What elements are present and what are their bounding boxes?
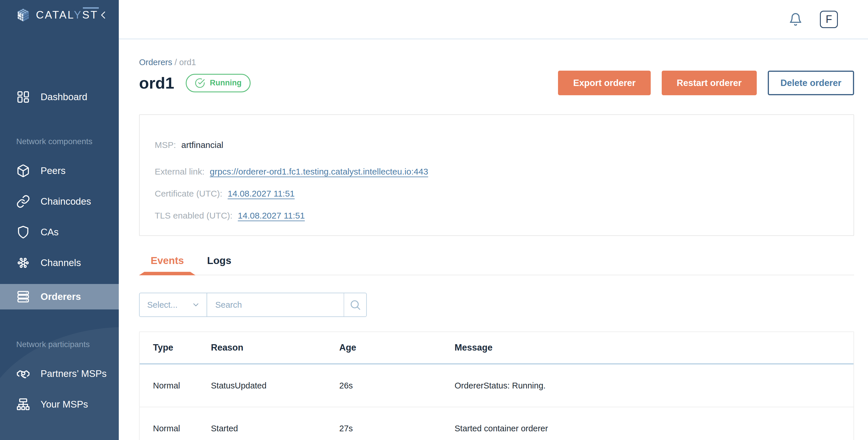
export-orderer-button[interactable]: Export orderer	[558, 71, 650, 95]
events-table: Type Reason Age Message Normal StatusUpd…	[139, 332, 854, 440]
cell-message: OrdererStatus: Running.	[455, 381, 854, 391]
sidebar-item-partners-msps[interactable]: Partners’ MSPs	[0, 364, 119, 383]
sidebar-item-cas[interactable]: CAs	[0, 223, 119, 242]
external-link[interactable]: grpcs://orderer-ord1.fc1.testing.catalys…	[210, 167, 428, 176]
cell-message: Started container orderer	[455, 424, 854, 433]
sidebar-item-dashboard[interactable]: Dashboard	[0, 88, 119, 106]
breadcrumb-current: ord1	[179, 58, 196, 67]
restart-orderer-button[interactable]: Restart orderer	[662, 71, 757, 95]
orderer-info-panel: MSP: artfinancial External link: grpcs:/…	[139, 114, 854, 236]
chain-link-icon	[16, 195, 30, 208]
column-header: Message	[455, 342, 854, 353]
sidebar-item-label: Partners’ MSPs	[40, 368, 106, 379]
shield-icon	[16, 225, 30, 239]
sidebar-item-your-msps[interactable]: Your MSPs	[0, 395, 119, 414]
info-row: TLS enabled (UTC): 14.08.2027 11:51	[155, 210, 838, 221]
avatar-letter: F	[826, 13, 832, 26]
table-row: Normal StatusUpdated 26s OrdererStatus: …	[140, 365, 854, 407]
servers-icon	[16, 290, 30, 304]
sidebar-group-network-components: Peers Chaincodes CAs Channels	[0, 161, 119, 309]
sidebar-group-network-participants: Partners’ MSPs Your MSPs	[0, 364, 119, 414]
info-label: TLS enabled (UTC):	[155, 211, 232, 220]
status-badge: Running	[186, 74, 250, 92]
cell-age: 26s	[339, 381, 455, 391]
title-row: ord1 Running Export orderer Restart orde…	[139, 71, 854, 95]
cell-type: Normal	[153, 381, 211, 391]
info-row: MSP: artfinancial	[155, 140, 838, 150]
tab-label: Events	[151, 255, 184, 266]
sidebar-item-label: Dashboard	[40, 92, 87, 102]
sidebar: CATALYST Dashboard Network components	[0, 0, 119, 440]
delete-orderer-button[interactable]: Delete orderer	[768, 71, 854, 95]
hierarchy-icon	[16, 398, 30, 411]
sidebar-item-label: CAs	[40, 227, 59, 238]
catalyst-logo[interactable]: CATALYST	[16, 8, 98, 22]
info-label: Certificate (UTC):	[155, 189, 222, 198]
tls-date-link[interactable]: 14.08.2027 11:51	[238, 211, 305, 220]
event-filters: Select...	[139, 293, 367, 317]
logo-text: CATALYST	[36, 9, 98, 21]
cell-reason: Started	[211, 424, 339, 433]
breadcrumb-separator: /	[175, 58, 177, 67]
tab-events[interactable]: Events	[139, 255, 195, 275]
sidebar-nav: Dashboard Network components Peers Chain…	[0, 88, 119, 414]
action-buttons: Export orderer Restart orderer Delete or…	[558, 71, 854, 95]
certificate-date-link[interactable]: 14.08.2027 11:51	[228, 189, 294, 198]
cell-type: Normal	[153, 424, 211, 433]
event-type-select[interactable]: Select...	[140, 293, 207, 316]
app-root: CATALYST Dashboard Network components	[0, 0, 868, 440]
info-label: External link:	[155, 167, 205, 176]
chevron-left-icon[interactable]	[98, 9, 109, 22]
button-label: Restart orderer	[677, 78, 742, 88]
msp-value: artfinancial	[181, 140, 223, 150]
events-table-header: Type Reason Age Message	[140, 332, 854, 365]
sidebar-item-channels[interactable]: Channels	[0, 253, 119, 272]
search-icon	[349, 299, 361, 311]
dashboard-icon	[16, 90, 30, 104]
network-icon	[16, 256, 30, 270]
tabs: Events Logs	[139, 255, 854, 275]
info-label: MSP:	[155, 140, 176, 150]
table-row: Normal Started 27s Started container ord…	[140, 407, 854, 440]
handshake-icon	[16, 367, 30, 381]
chevron-down-icon	[191, 301, 200, 309]
sidebar-item-orderers[interactable]: Orderers	[0, 284, 119, 309]
sidebar-item-label: Channels	[40, 257, 81, 268]
button-label: Export orderer	[573, 78, 636, 88]
info-row: External link: grpcs://orderer-ord1.fc1.…	[155, 166, 838, 177]
page-content: Orderers / ord1 ord1 Running Export orde…	[119, 39, 868, 440]
breadcrumb-orderers-link[interactable]: Orderers	[139, 58, 172, 67]
user-avatar[interactable]: F	[820, 11, 838, 28]
column-header: Type	[153, 342, 211, 353]
column-header: Reason	[211, 342, 339, 353]
info-row: Certificate (UTC): 14.08.2027 11:51	[155, 189, 838, 199]
search-input[interactable]	[207, 293, 344, 316]
sidebar-logo-row: CATALYST	[0, 0, 119, 22]
sidebar-item-peers[interactable]: Peers	[0, 161, 119, 180]
cell-age: 27s	[339, 424, 455, 433]
column-header: Age	[339, 342, 455, 353]
sidebar-item-label: Your MSPs	[40, 399, 88, 410]
search-button[interactable]	[344, 293, 366, 316]
bell-icon[interactable]	[788, 12, 803, 26]
tab-logs[interactable]: Logs	[195, 255, 243, 275]
sidebar-item-label: Orderers	[40, 291, 81, 302]
events-table-body: Normal StatusUpdated 26s OrdererStatus: …	[140, 365, 854, 440]
sidebar-section-label-network-components: Network components	[0, 137, 119, 146]
sidebar-group-main: Dashboard	[0, 88, 119, 106]
topbar: F	[119, 0, 868, 39]
sidebar-item-chaincodes[interactable]: Chaincodes	[0, 192, 119, 211]
tab-label: Logs	[207, 255, 231, 266]
breadcrumb: Orderers / ord1	[139, 57, 854, 67]
page-title: ord1	[139, 74, 174, 92]
catalyst-cube-icon	[16, 8, 30, 22]
main-area: F Orderers / ord1 ord1 Running E	[119, 0, 868, 440]
sidebar-section-label-network-participants: Network participants	[0, 340, 119, 349]
status-badge-label: Running	[210, 78, 241, 88]
check-circle-icon	[195, 78, 205, 88]
cube-icon	[16, 164, 30, 178]
sidebar-item-label: Peers	[40, 165, 65, 176]
select-placeholder: Select...	[147, 300, 178, 310]
cell-reason: StatusUpdated	[211, 381, 339, 391]
sidebar-item-label: Chaincodes	[40, 196, 91, 207]
